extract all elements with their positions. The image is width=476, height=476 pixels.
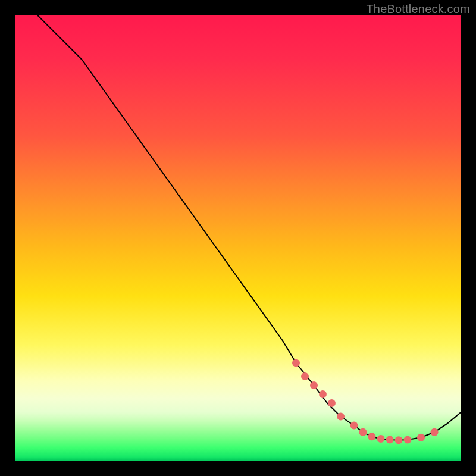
chart-gradient-area xyxy=(15,15,461,461)
chart-frame: TheBottleneck.com xyxy=(0,0,476,476)
watermark-label: TheBottleneck.com xyxy=(366,2,470,16)
